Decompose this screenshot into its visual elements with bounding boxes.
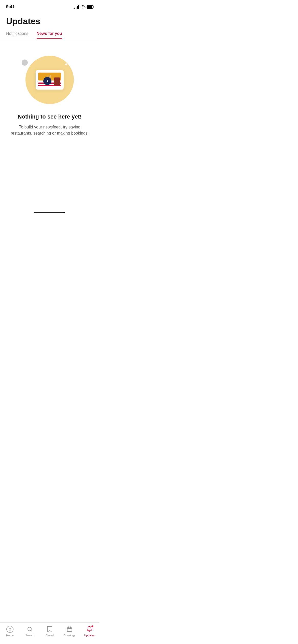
status-time: 9:41 [6, 4, 15, 9]
status-bar: 9:41 [0, 0, 99, 12]
small-dot [22, 60, 28, 66]
tabs-container: Notifications News for you [0, 31, 99, 39]
status-icons [74, 5, 93, 9]
empty-illustration: 🍴 ✦ ✦ [24, 54, 75, 105]
page-title: Updates [0, 12, 99, 31]
drink-cup-icon [54, 78, 60, 86]
signal-icon [74, 5, 79, 9]
wifi-icon [80, 5, 85, 9]
menu-badge: ✦ [43, 77, 51, 85]
home-indicator [34, 212, 65, 213]
sparkle-icon: ✦ [64, 62, 68, 67]
tab-notifications[interactable]: Notifications [6, 31, 28, 39]
tab-news-for-you[interactable]: News for you [36, 31, 62, 39]
badge-star-icon: ✦ [46, 79, 49, 83]
battery-icon [87, 5, 93, 9]
empty-state: 🍴 ✦ ✦ Nothing to see here yet! To build … [0, 39, 99, 147]
menu-card-illustration: 🍴 ✦ [36, 70, 64, 90]
empty-state-title: Nothing to see here yet! [18, 113, 82, 120]
empty-state-description: To build your newsfeed, try saving resta… [10, 124, 89, 136]
